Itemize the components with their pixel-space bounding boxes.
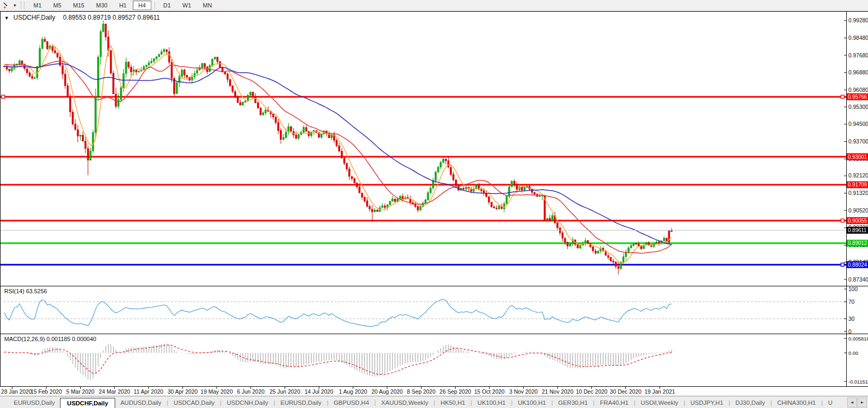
tf-button-d1[interactable]: D1 — [158, 1, 176, 10]
svg-text:0.95300: 0.95300 — [848, 104, 868, 110]
svg-text:0.90055: 0.90055 — [848, 218, 867, 224]
svg-text:15 Feb 2020: 15 Feb 2020 — [31, 388, 62, 395]
tf-button-m30[interactable]: M30 — [91, 1, 113, 10]
tool-dropdown-icon[interactable]: ▼ — [11, 3, 19, 8]
tf-button-m15[interactable]: M15 — [68, 1, 90, 10]
svg-text:5 Mar 2020: 5 Mar 2020 — [66, 388, 94, 395]
ohlc-values: 0.89553 0.89719 0.89527 0.89611 — [63, 14, 160, 21]
svg-text:19 Jan 2021: 19 Jan 2021 — [644, 388, 675, 395]
svg-text:30: 30 — [848, 316, 855, 322]
tab-usdcad-daily[interactable]: USDCAD,Daily — [168, 398, 220, 408]
tab-fra40-h1[interactable]: FRA40,H1 — [595, 398, 634, 408]
tab-usdcnh-daily[interactable]: USDCNH,Daily — [221, 398, 273, 408]
toolbar-separator — [154, 2, 155, 9]
svg-text:21 Nov 2020: 21 Nov 2020 — [542, 388, 573, 395]
svg-text:20 Aug 2020: 20 Aug 2020 — [372, 388, 403, 395]
svg-text:3 Nov 2020: 3 Nov 2020 — [509, 388, 538, 395]
svg-text:0: 0 — [848, 328, 852, 335]
svg-text:0.89012: 0.89012 — [848, 240, 867, 246]
tf-button-mn[interactable]: MN — [197, 1, 217, 10]
tab-usdchf-daily[interactable]: USDCHF,Daily — [60, 398, 115, 408]
tab-hk50-h1[interactable]: HK50,H1 — [435, 398, 471, 408]
svg-text:0.005818: 0.005818 — [848, 336, 868, 342]
svg-text:0.93700: 0.93700 — [848, 138, 868, 144]
symbol-dropdown-icon[interactable]: ▼ — [4, 15, 9, 21]
tab-scroll-arrows: ◄ ► — [847, 397, 867, 407]
tf-button-h1[interactable]: H1 — [114, 1, 132, 10]
symbol-title-row: ▼ USDCHF,Daily 0.89553 0.89719 0.89527 0… — [4, 14, 160, 21]
svg-text:-0.011510: -0.011510 — [848, 379, 868, 385]
svg-text:0.88024: 0.88024 — [848, 262, 867, 268]
svg-text:0.87340: 0.87340 — [848, 276, 868, 283]
toolbar: ▼ M1M5M15M30H1H4D1W1MN — [0, 0, 868, 11]
tab-scroll-right-button[interactable]: ► — [857, 397, 867, 407]
tab-uk100-h1[interactable]: UK100,H1 — [512, 398, 551, 408]
tab-scroll-left-button[interactable]: ◄ — [847, 397, 857, 407]
svg-text:70: 70 — [848, 299, 855, 305]
svg-text:26 Sep 2020: 26 Sep 2020 — [440, 388, 471, 395]
tab-xauusd-weekly[interactable]: XAUUSD,Weekly — [376, 398, 434, 408]
tab-usdjpy-h1[interactable]: USDJPY,H1 — [685, 398, 729, 408]
svg-text:28 Jan 2020: 28 Jan 2020 — [1, 388, 32, 395]
tab-u[interactable]: U — [823, 398, 838, 408]
tab-gbpusd-h4[interactable]: GBPUSD,H4 — [329, 398, 374, 408]
tf-button-m1[interactable]: M1 — [28, 1, 47, 10]
svg-text:15 Oct 2020: 15 Oct 2020 — [474, 388, 504, 395]
svg-text:0.91709: 0.91709 — [848, 182, 867, 188]
tab-ger30-h1[interactable]: GER30,H1 — [553, 398, 593, 408]
tab-bar: EURUSD,DailyUSDCHF,DailyAUDUSD,Daily|USD… — [0, 396, 868, 408]
svg-text:0.90520: 0.90520 — [848, 207, 868, 214]
svg-text:8 Sep 2020: 8 Sep 2020 — [407, 388, 436, 395]
tab-usoil-weekly[interactable]: USOil,Weekly — [635, 398, 684, 408]
svg-text:0.99280: 0.99280 — [848, 17, 868, 23]
svg-text:14 Jul 2020: 14 Jul 2020 — [305, 388, 333, 395]
svg-text:11 Apr 2020: 11 Apr 2020 — [134, 388, 164, 395]
svg-text:1 Aug 2020: 1 Aug 2020 — [339, 388, 367, 395]
svg-text:0.89611: 0.89611 — [848, 227, 867, 233]
tab-uk100-h1[interactable]: UK100,H1 — [472, 398, 511, 408]
chart-canvas[interactable]: 0.992800.984800.976800.968800.960800.953… — [0, 0, 868, 396]
tab-audusd-daily[interactable]: AUDUSD,Daily — [115, 398, 167, 408]
svg-text:0.00: 0.00 — [848, 350, 858, 356]
svg-text:0.94500: 0.94500 — [848, 121, 868, 127]
symbol-title: USDCHF,Daily — [13, 14, 55, 21]
tf-button-h4[interactable]: H4 — [133, 1, 151, 10]
tab-dj30-daily[interactable]: DJ30,Daily — [730, 398, 770, 408]
svg-text:100: 100 — [848, 286, 858, 292]
svg-text:0.96880: 0.96880 — [848, 69, 868, 75]
timeframe-buttons: M1M5M15M30H1H4D1W1MN — [28, 1, 218, 10]
svg-text:0.95766: 0.95766 — [848, 94, 867, 100]
rsi-indicator-label: RSI(14) 63.5256 — [4, 288, 47, 294]
toolbar-grip — [21, 2, 24, 9]
svg-text:0.93001: 0.93001 — [848, 154, 867, 160]
svg-text:0.96080: 0.96080 — [848, 87, 868, 93]
tab-china300-h1[interactable]: CHINA300,H1 — [772, 398, 821, 408]
tf-button-m5[interactable]: M5 — [48, 1, 66, 10]
svg-text:10 Dec 2020: 10 Dec 2020 — [576, 388, 608, 395]
svg-text:0.97680: 0.97680 — [848, 52, 868, 58]
tab-eurusd-daily[interactable]: EURUSD,Daily — [275, 398, 326, 408]
svg-text:0.98480: 0.98480 — [848, 35, 868, 41]
svg-text:25 Jun 2020: 25 Jun 2020 — [270, 388, 300, 395]
svg-text:6 Jun 2020: 6 Jun 2020 — [237, 388, 264, 395]
svg-text:0.91320: 0.91320 — [848, 190, 868, 196]
macd-indicator-label: MACD(12,26,9) 0.001185 0.000040 — [4, 336, 96, 342]
tab-eurusd-daily[interactable]: EURUSD,Daily — [8, 398, 60, 408]
crosshair-tool-icon[interactable] — [2, 1, 11, 10]
tf-button-w1[interactable]: W1 — [177, 1, 197, 10]
svg-text:19 May 2020: 19 May 2020 — [201, 388, 233, 395]
svg-text:0.92120: 0.92120 — [848, 172, 868, 178]
svg-text:30 Dec 2020: 30 Dec 2020 — [610, 388, 642, 395]
svg-text:24 Mar 2020: 24 Mar 2020 — [99, 388, 130, 395]
svg-text:30 Apr 2020: 30 Apr 2020 — [168, 388, 198, 395]
